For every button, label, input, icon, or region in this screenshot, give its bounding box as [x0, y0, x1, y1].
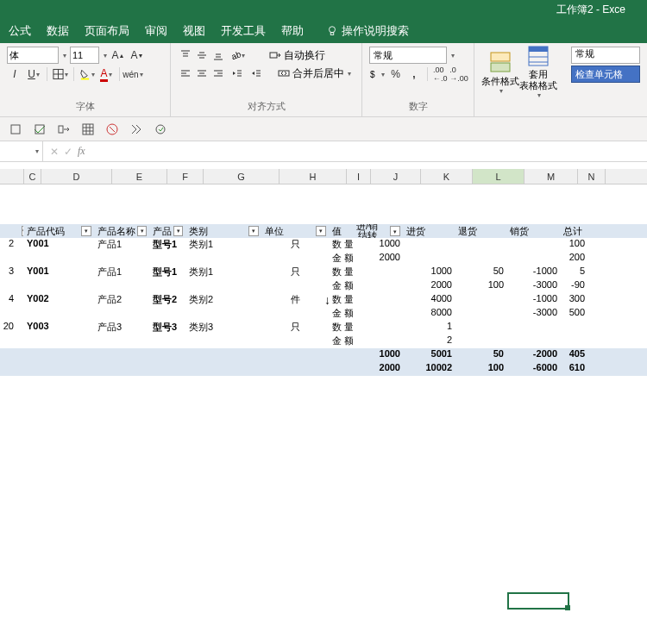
qat-btn-4[interactable] [79, 121, 97, 138]
qat-btn-1[interactable] [7, 121, 24, 138]
cell[interactable] [17, 252, 24, 266]
cell[interactable]: 类别2 [186, 293, 262, 307]
cell[interactable]: 数 量 [330, 266, 354, 279]
align-top-button[interactable] [178, 47, 193, 63]
cell[interactable] [507, 321, 561, 335]
cell[interactable] [186, 307, 262, 321]
phonetic-button[interactable]: wén▾ [125, 66, 141, 83]
cell[interactable]: 型号3 [150, 321, 186, 335]
cell[interactable]: 只 [262, 321, 330, 335]
qat-btn-3[interactable] [55, 121, 72, 138]
col-d[interactable]: D [41, 169, 112, 184]
cell[interactable]: 1000 [354, 238, 404, 252]
cell[interactable]: Y003 [24, 321, 95, 335]
cell[interactable] [24, 252, 95, 266]
font-name-select[interactable] [7, 47, 59, 64]
cell[interactable] [17, 307, 24, 321]
cell[interactable] [0, 252, 17, 266]
font-color-button[interactable]: A▾ [98, 66, 114, 83]
cell[interactable] [455, 321, 507, 335]
cell[interactable]: 型号1 [150, 266, 186, 279]
cell[interactable] [354, 321, 404, 335]
cell[interactable] [95, 307, 150, 321]
decrease-decimal-button[interactable]: .0→.00 [451, 66, 467, 83]
align-left-button[interactable] [178, 66, 193, 81]
comma-button[interactable]: , [406, 66, 421, 83]
increase-decimal-button[interactable]: .00←.0 [433, 66, 448, 83]
cell[interactable] [507, 238, 561, 252]
italic-button[interactable]: I [7, 66, 22, 83]
fill-handle[interactable] [565, 605, 570, 610]
cell[interactable] [0, 307, 17, 321]
cell[interactable] [17, 321, 24, 335]
cell[interactable]: 8000 [404, 307, 455, 321]
cell[interactable] [404, 238, 455, 252]
cell[interactable] [354, 293, 404, 307]
cell[interactable]: 2000 [404, 279, 455, 293]
cell[interactable] [354, 266, 404, 279]
filter-button[interactable]: ▾ [248, 226, 259, 236]
cell[interactable]: Y001 [24, 266, 95, 279]
col-h[interactable]: H [280, 169, 347, 184]
cell[interactable]: 产品3 [95, 321, 150, 335]
filter-button[interactable]: ▾ [390, 226, 400, 236]
cell[interactable]: 1000 [404, 266, 455, 279]
chevron-down-icon[interactable]: ▾ [451, 52, 455, 59]
menu-page-layout[interactable]: 页面布局 [85, 23, 129, 39]
chevron-down-icon[interactable]: ▾ [104, 52, 107, 59]
cell[interactable] [150, 307, 186, 321]
col-j[interactable]: J [371, 169, 421, 184]
chevron-down-icon[interactable]: ▾ [63, 52, 66, 59]
col-k[interactable]: K [421, 169, 473, 184]
cell[interactable]: 数 量 [330, 238, 354, 252]
cell[interactable]: 4 [0, 293, 17, 307]
cell[interactable]: Y001 [24, 238, 95, 252]
cell[interactable] [561, 335, 588, 348]
filter-button[interactable]: ▾ [81, 226, 91, 236]
number-format-select[interactable] [369, 47, 447, 64]
cell[interactable]: Y002 [24, 293, 95, 307]
cell[interactable]: 2 [0, 238, 17, 252]
cell[interactable]: 产品1 [95, 266, 150, 279]
decrease-indent-button[interactable] [229, 66, 245, 81]
menu-review[interactable]: 审阅 [145, 23, 167, 39]
underline-button[interactable]: U▾ [26, 66, 41, 83]
qat-btn-2[interactable] [31, 121, 48, 138]
cell[interactable]: 型号2 [150, 293, 186, 307]
cell[interactable] [455, 335, 507, 348]
cell[interactable]: 20 [0, 321, 17, 335]
cell[interactable] [17, 335, 24, 348]
cell[interactable] [561, 321, 588, 335]
tell-me-search[interactable]: 操作说明搜索 [326, 23, 409, 39]
cell[interactable]: 2 [404, 335, 455, 348]
enter-formula-button[interactable]: ✓ [64, 146, 72, 158]
menu-help[interactable]: 帮助 [281, 23, 304, 39]
font-size-select[interactable] [70, 47, 99, 64]
orientation-button[interactable]: ab ▾ [229, 47, 245, 64]
qat-btn-6[interactable] [128, 121, 145, 138]
cell[interactable]: 5 [561, 266, 588, 279]
col-l[interactable]: L [473, 169, 525, 184]
cell[interactable]: 金 额 [330, 279, 354, 293]
cell[interactable] [0, 279, 17, 293]
cell[interactable] [354, 279, 404, 293]
col-n[interactable]: N [578, 169, 606, 184]
qat-btn-5[interactable] [104, 121, 121, 138]
cell[interactable] [150, 252, 186, 266]
cell[interactable]: -90 [561, 279, 588, 293]
menu-formulas[interactable]: 公式 [9, 23, 31, 39]
cell[interactable] [24, 335, 95, 348]
cell[interactable]: 200 [561, 252, 588, 266]
merge-center-button[interactable]: 合并后居中 ▾ [278, 66, 351, 81]
cell[interactable]: -1000 [507, 293, 561, 307]
cell[interactable]: 300 [561, 293, 588, 307]
cell[interactable] [404, 252, 455, 266]
cell[interactable] [455, 293, 507, 307]
decrease-font-button[interactable]: A▼ [129, 47, 145, 64]
cell[interactable]: 1 [404, 321, 455, 335]
cell[interactable]: 金 额 [330, 252, 354, 266]
percent-button[interactable]: % [388, 66, 403, 83]
cell[interactable] [354, 335, 404, 348]
cell[interactable]: 2000 [354, 252, 404, 266]
cell[interactable]: 类别1 [186, 238, 262, 252]
